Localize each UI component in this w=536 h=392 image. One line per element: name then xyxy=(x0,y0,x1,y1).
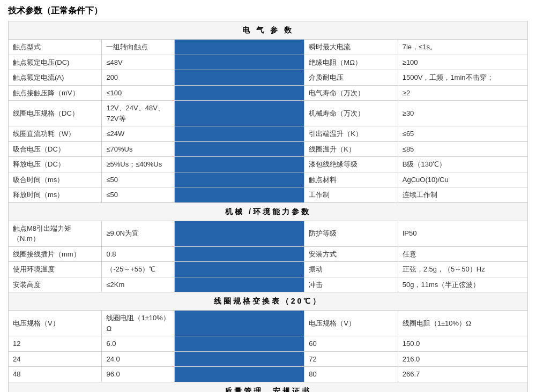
divider xyxy=(175,141,304,157)
spec-table: 电 气 参 数 触点型式 一组转向触点 瞬时最大电流 7le，≤1s。 触点额定… xyxy=(8,21,528,392)
label-coil-temp-rise: 线圈温升（K） xyxy=(304,141,398,157)
divider xyxy=(175,262,304,277)
divider xyxy=(175,277,304,292)
value-coil-temp-rise: ≤85 xyxy=(398,141,527,157)
label-rated-current: 触点额定电流(A) xyxy=(9,70,102,86)
value-insulation-class: B级（130℃） xyxy=(398,157,527,172)
value-insulation-resistance: ≥100 xyxy=(398,55,527,70)
value-release-time: ≤50 xyxy=(102,187,175,203)
divider xyxy=(175,221,304,246)
coil-r1-row1: 6.0 xyxy=(102,336,175,352)
coil-v2-row2: 72 xyxy=(304,351,398,367)
label-mounting: 安装方式 xyxy=(304,246,398,262)
divider xyxy=(175,85,304,101)
divider xyxy=(175,351,304,367)
label-contact-type: 触点型式 xyxy=(9,40,102,55)
section-header-coil: 线圈规格变换表（20℃） xyxy=(9,292,528,311)
value-dielectric-voltage: 1500V，工频，1min不击穿； xyxy=(398,70,527,86)
label-shock: 冲击 xyxy=(304,277,398,292)
label-mechanical-life: 机械寿命（万次） xyxy=(304,101,398,126)
label-rated-voltage: 触点额定电压(DC) xyxy=(9,55,102,70)
table-row: 吸合电压（DC） ≤70%Us 线圈温升（K） ≤85 xyxy=(9,141,528,157)
coil-r1-row3: 96.0 xyxy=(102,367,175,382)
divider xyxy=(175,172,304,187)
label-electrical-life: 电气寿命（万次） xyxy=(304,85,398,101)
label-duty-cycle: 工作制 xyxy=(304,187,398,203)
table-row: 触点额定电压(DC) ≤48V 绝缘电阻（MΩ） ≥100 xyxy=(9,55,528,70)
coil-header-r2: 线圈电阻（1±10%）Ω xyxy=(398,311,527,336)
coil-v1-row2: 24 xyxy=(9,351,102,367)
table-row: 48 96.0 80 266.7 xyxy=(9,367,528,382)
value-pickup-time: ≤50 xyxy=(102,172,175,187)
value-contact-drop: ≤100 xyxy=(102,85,175,101)
value-ambient-temp: （-25～+55）℃ xyxy=(102,262,175,277)
table-row: 线圈接线插片（mm） 0.8 安装方式 任意 xyxy=(9,246,528,262)
coil-v1-row3: 48 xyxy=(9,367,102,382)
value-contact-type: 一组转向触点 xyxy=(102,40,175,55)
value-mechanical-life: ≥30 xyxy=(398,101,527,126)
divider xyxy=(175,101,304,126)
label-coil-power: 线圈直流功耗（W） xyxy=(9,126,102,142)
label-release-time: 释放时间（ms） xyxy=(9,187,102,203)
value-rated-voltage: ≤48V xyxy=(102,55,175,70)
table-row: 释放时间（ms） ≤50 工作制 连续工作制 xyxy=(9,187,528,203)
label-install-height: 安装高度 xyxy=(9,277,102,292)
label-release-voltage: 释放电压（DC） xyxy=(9,157,102,172)
value-release-voltage: ≥5%Us；≤40%Us xyxy=(102,157,175,172)
section-title-cert: 质量管理、安规证书 xyxy=(9,382,528,392)
value-terminal-temp-rise: ≤65 xyxy=(398,126,527,142)
value-coil-connector: 0.8 xyxy=(102,246,175,262)
section-header-mechanical: 机械 /环境能力参数 xyxy=(9,202,528,221)
label-terminal-temp-rise: 引出端温升（K） xyxy=(304,126,398,142)
label-protection-level: 防护等级 xyxy=(304,221,398,246)
label-contact-material: 触点材料 xyxy=(304,172,398,187)
value-protection-level: IP50 xyxy=(398,221,527,246)
value-duty-cycle: 连续工作制 xyxy=(398,187,527,203)
label-coil-voltage-spec: 线圈电压规格（DC） xyxy=(9,101,102,126)
coil-v2-row3: 80 xyxy=(304,367,398,382)
value-vibration: 正弦，2.5g，（5～50）Hz xyxy=(398,262,527,277)
label-coil-connector: 线圈接线插片（mm） xyxy=(9,246,102,262)
coil-r2-row1: 150.0 xyxy=(398,336,527,352)
value-torque: ≥9.0N为宜 xyxy=(102,221,175,246)
label-insulation-resistance: 绝缘电阻（MΩ） xyxy=(304,55,398,70)
coil-header-r1: 线圈电阻（1±10%）Ω xyxy=(102,311,175,336)
value-contact-material: AgCuO(10)/Cu xyxy=(398,172,527,187)
section-title-electrical: 电 气 参 数 xyxy=(9,21,528,40)
label-pickup-time: 吸合时间（ms） xyxy=(9,172,102,187)
section-title-coil: 线圈规格变换表（20℃） xyxy=(9,292,528,311)
value-max-current: 7le，≤1s。 xyxy=(398,40,527,55)
table-row: 安装高度 ≤2Km 冲击 50g，11ms（半正弦波） xyxy=(9,277,528,292)
main-title: 技术参数（正常条件下） xyxy=(8,5,528,17)
coil-r2-row2: 216.0 xyxy=(398,351,527,367)
table-row: 线圈直流功耗（W） ≤24W 引出端温升（K） ≤65 xyxy=(9,126,528,142)
divider xyxy=(175,126,304,142)
coil-header-v1: 电压规格（V） xyxy=(9,311,102,336)
label-vibration: 振动 xyxy=(304,262,398,277)
divider xyxy=(175,246,304,262)
divider xyxy=(175,367,304,382)
coil-header-v2: 电压规格（V） xyxy=(304,311,398,336)
table-row: 释放电压（DC） ≥5%Us；≤40%Us 漆包线绝缘等级 B级（130℃） xyxy=(9,157,528,172)
table-row: 触点M8引出端力矩（N.m） ≥9.0N为宜 防护等级 IP50 xyxy=(9,221,528,246)
value-rated-current: 200 xyxy=(102,70,175,86)
divider xyxy=(175,70,304,86)
coil-r2-row3: 266.7 xyxy=(398,367,527,382)
label-dielectric-voltage: 介质耐电压 xyxy=(304,70,398,86)
divider xyxy=(175,157,304,172)
divider xyxy=(175,336,304,352)
table-row: 吸合时间（ms） ≤50 触点材料 AgCuO(10)/Cu xyxy=(9,172,528,187)
table-row: 线圈电压规格（DC） 12V、24V、48V、72V等 机械寿命（万次） ≥30 xyxy=(9,101,528,126)
section-header-cert: 质量管理、安规证书 xyxy=(9,382,528,392)
label-pickup-voltage: 吸合电压（DC） xyxy=(9,141,102,157)
value-pickup-voltage: ≤70%Us xyxy=(102,141,175,157)
table-row: 24 24.0 72 216.0 xyxy=(9,351,528,367)
divider xyxy=(175,311,304,336)
section-title-mechanical: 机械 /环境能力参数 xyxy=(9,202,528,221)
label-ambient-temp: 使用环境温度 xyxy=(9,262,102,277)
table-row: 触点接触压降（mV） ≤100 电气寿命（万次） ≥2 xyxy=(9,85,528,101)
label-torque: 触点M8引出端力矩（N.m） xyxy=(9,221,102,246)
coil-v2-row1: 60 xyxy=(304,336,398,352)
table-row: 触点额定电流(A) 200 介质耐电压 1500V，工频，1min不击穿； xyxy=(9,70,528,86)
value-electrical-life: ≥2 xyxy=(398,85,527,101)
